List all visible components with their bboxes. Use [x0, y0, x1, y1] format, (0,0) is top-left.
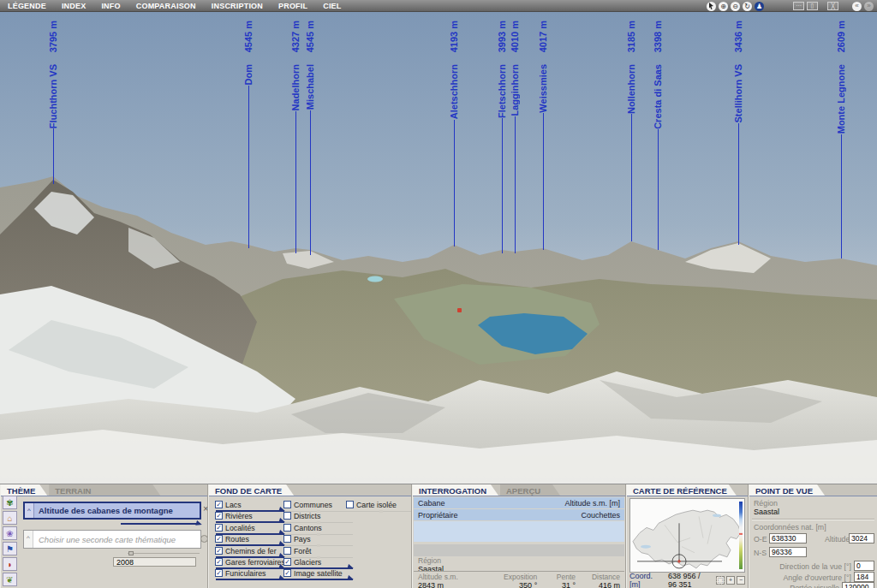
peak-elevation: 4545 m — [243, 21, 254, 52]
peak-elevation: 3993 m — [497, 21, 507, 52]
layer-label: Forêt — [294, 547, 312, 555]
peak-name: Fluchthorn VS — [48, 64, 58, 128]
layer-transparency-slider[interactable] — [284, 578, 353, 580]
collapse-arrow-icon[interactable]: ^ — [25, 503, 34, 518]
layer-checkbox[interactable]: ✓ — [215, 512, 223, 520]
vegetation-map-icon[interactable]: ✾ — [3, 496, 17, 509]
direction-input[interactable] — [854, 561, 874, 571]
layer-checkbox[interactable] — [283, 535, 291, 543]
menu-item-profil[interactable]: PROFIL — [271, 2, 315, 10]
menu-item-lgende[interactable]: LÉGENDE — [0, 2, 54, 10]
menu-item-inscription[interactable]: INSCRIPTION — [204, 2, 271, 10]
layer-transparency-slider[interactable] — [216, 578, 284, 580]
layer-checkbox[interactable]: ✓ — [283, 558, 291, 566]
menu-item-info[interactable]: INFO — [93, 2, 128, 10]
national-coords-label: Coordonnées nat. [m] — [754, 523, 826, 532]
tab-theme[interactable]: THÈME — [1, 484, 47, 496]
economy-icon[interactable]: ⌂ — [3, 511, 17, 525]
layer-communes: Communes — [283, 501, 343, 512]
layer-checkbox[interactable]: ✓ — [215, 558, 223, 566]
rotate-view-icon[interactable]: ↻ — [743, 2, 752, 11]
layer-label: Glaciers — [294, 558, 321, 567]
stat-label: Pente — [557, 573, 576, 581]
altitude-input[interactable] — [849, 533, 874, 543]
refmap-title: CARTE DE RÉFÉRENCE — [627, 484, 737, 496]
year-slider[interactable] — [128, 553, 200, 554]
elevation-color-ramp — [739, 502, 743, 569]
stat-value: 416 m — [599, 581, 620, 588]
layer-checkbox[interactable]: ✓ — [215, 535, 223, 543]
layer-checkbox[interactable] — [283, 501, 291, 508]
menu-item-index[interactable]: INDEX — [54, 2, 94, 10]
layer-cantons: Cantons — [283, 524, 343, 535]
refmap-tabbar: CARTE DE RÉFÉRENCE — [627, 484, 748, 496]
layer-lacs: ✓Lacs — [215, 501, 285, 512]
close-view-icon[interactable]: ╳ — [827, 2, 838, 10]
theme-transparency-slider[interactable] — [121, 523, 200, 525]
region-label: Région — [418, 556, 444, 565]
secondary-theme-dropdown[interactable]: ^ Choisir une seconde carte thématique — [23, 530, 201, 549]
dotted-panel-icon[interactable]: ⋯ — [793, 2, 804, 10]
society-icon[interactable]: ❀ — [3, 526, 17, 540]
layer-checkbox[interactable] — [283, 524, 291, 532]
layer-checkbox[interactable] — [283, 547, 291, 555]
layer-chemins-de-fer: ✓Chemins de fer — [215, 547, 285, 558]
query-cabane-label: Cabane — [418, 499, 445, 508]
layer-checkbox[interactable]: ✓ — [215, 547, 223, 555]
map-zoom-in-button[interactable]: + — [726, 576, 735, 585]
layer-pays: Pays — [283, 535, 343, 546]
peak-label-weissmies: 4017 mWeissmies — [538, 21, 548, 250]
visual-range-input[interactable] — [842, 582, 874, 588]
tab-apercu[interactable]: APERÇU — [500, 484, 560, 496]
peak-label-stellihorn-vs: 3436 mStellihorn VS — [733, 21, 743, 245]
layer-checkbox[interactable]: ✓ — [283, 569, 291, 577]
stat-value: 2843 m — [418, 581, 444, 588]
secondary-theme-button[interactable] — [200, 535, 208, 543]
switzerland-overview-map[interactable] — [629, 498, 745, 573]
layer-checkbox[interactable] — [346, 501, 354, 508]
extent-button[interactable]: ⬚ — [716, 576, 725, 585]
year-slider-handle[interactable] — [128, 551, 134, 555]
split-view-icon[interactable]: ▯ — [807, 2, 818, 10]
menu-item-comparaison[interactable]: COMPARAISON — [128, 2, 204, 10]
layer-checkbox[interactable]: ✓ — [215, 524, 223, 532]
year-input[interactable] — [113, 557, 196, 567]
map-zoom-out-button[interactable]: − — [737, 576, 745, 585]
layer-checkbox[interactable] — [283, 512, 291, 520]
peak-leader-line — [310, 110, 311, 256]
angle-input[interactable] — [854, 572, 874, 582]
menu-item-ciel[interactable]: CIEL — [315, 2, 349, 10]
transport-icon[interactable]: ◗ — [3, 557, 17, 571]
previous-view-button[interactable]: « — [852, 2, 862, 11]
panorama-view[interactable]: 3795 mFluchthorn VS4545 mDom4327 mNadelh… — [0, 12, 877, 484]
layer-checkbox[interactable]: ✓ — [215, 569, 223, 577]
secondary-theme-placeholder: Choisir une seconde carte thématique — [33, 535, 176, 544]
stat-label: Altitude s.m. — [418, 573, 458, 581]
collapse-arrow-icon[interactable]: ^ — [24, 531, 33, 548]
query-header-row[interactable]: Cabane Altitude s.m. [m] — [414, 497, 624, 508]
layer-label: Routes — [225, 535, 249, 543]
stat-label: Distance — [592, 573, 620, 581]
oe-input[interactable] — [769, 533, 807, 543]
peak-elevation: 4017 m — [538, 21, 548, 52]
zoom-in-icon[interactable]: ⊕ — [719, 2, 728, 11]
nature-plant-icon[interactable]: ❦ — [3, 573, 17, 586]
next-view-button[interactable]: » — [864, 2, 874, 11]
ns-input[interactable] — [769, 547, 807, 557]
walk-person-icon[interactable]: ♟ — [755, 2, 764, 11]
tab-interrogation[interactable]: INTERROGATION — [413, 484, 498, 496]
layer-transparency-slider[interactable] — [347, 509, 412, 512]
layer-localit-s: ✓Localités — [215, 524, 285, 535]
tab-terrain[interactable]: TERRAIN — [49, 484, 160, 496]
layer-label: Funiculaires — [225, 569, 265, 578]
coord-value: 638 956 / 96 351 — [668, 572, 711, 588]
layer-checkbox[interactable]: ✓ — [215, 501, 223, 508]
panel-viewpoint: POINT DE VUE Région Saastal Coordonnées … — [749, 484, 877, 588]
select-cursor-icon[interactable] — [707, 2, 716, 11]
zoom-out-icon[interactable]: ⊖ — [731, 2, 740, 11]
primary-theme-dropdown[interactable]: ^ Altitude des cabanes de montagne — [23, 502, 201, 520]
state-flag-icon[interactable]: ⚑ — [3, 542, 17, 555]
layer-label: Communes — [294, 501, 332, 509]
query-header-row[interactable]: Propriétaire Couchettes — [414, 509, 624, 520]
peak-elevation: 4545 m — [305, 21, 315, 52]
